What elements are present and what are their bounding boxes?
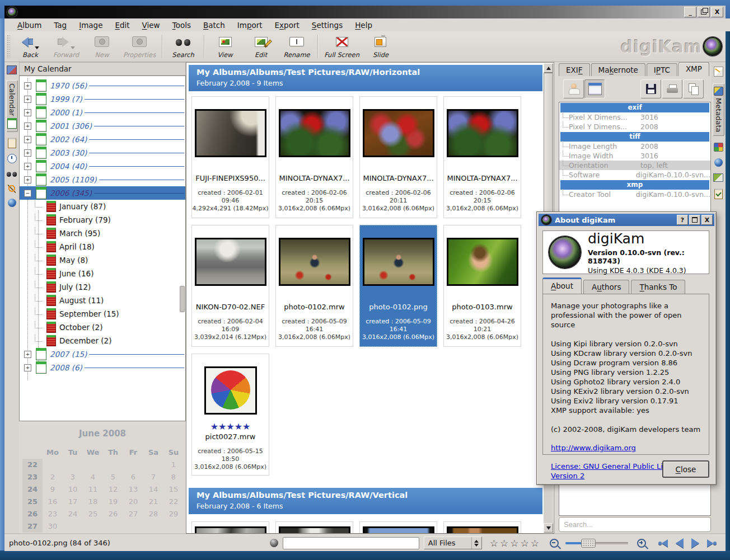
tree-item-year[interactable]: +1970 (56) xyxy=(20,79,185,92)
tree-item-month[interactable]: August (11) xyxy=(20,294,185,307)
tab-thanks-to[interactable]: Thanks To xyxy=(631,280,685,294)
photo-item[interactable]: ★★★★★ pict0027.mrw created : 2006-05-15 … xyxy=(191,354,269,476)
view-button[interactable]: View xyxy=(207,31,243,62)
expand-icon[interactable]: + xyxy=(24,136,31,143)
metadata-sidebar-tab[interactable]: Metadata xyxy=(713,83,724,136)
tree-item-year[interactable]: +2004 (40) xyxy=(20,159,185,173)
menu-tag[interactable]: Tag xyxy=(49,20,72,31)
fullscreen-button[interactable]: Full Screen xyxy=(321,31,363,62)
photo-item[interactable]: photo-0103.mrw created : 2006-04-26 10:2… xyxy=(443,225,521,347)
tree-item-year[interactable]: +2005 (1109) xyxy=(20,173,185,186)
edit-button[interactable]: Edit xyxy=(243,31,279,62)
expand-icon[interactable]: + xyxy=(24,351,31,358)
scroll-down-button[interactable] xyxy=(544,523,553,533)
rating-filter-stars[interactable]: ☆☆☆☆☆ xyxy=(490,538,541,549)
print-metadata-button[interactable] xyxy=(662,79,682,98)
menu-view[interactable]: View xyxy=(137,20,165,31)
previous-item-button[interactable] xyxy=(676,538,684,548)
menu-export[interactable]: Export xyxy=(270,20,305,31)
restore-button[interactable] xyxy=(698,7,710,17)
metadata-row[interactable]: Pixel X Dimens...3016 xyxy=(559,112,710,122)
file-filter-combobox[interactable]: All Files xyxy=(424,537,482,549)
tab-makernote[interactable]: Makernote xyxy=(591,63,645,76)
back-button[interactable]: Back xyxy=(12,31,48,62)
tags-tab-icon[interactable] xyxy=(8,138,16,148)
photo-item[interactable]: FUJI-FINEPIXS950... created : 2006-02-01… xyxy=(191,96,269,218)
tab-exif[interactable]: EXIF xyxy=(559,63,590,76)
zoom-in-icon[interactable] xyxy=(637,539,646,548)
photo-item[interactable]: MINOLTA-DYNAX7... created : 2006-02-06 2… xyxy=(359,96,437,218)
filters-tab-icon[interactable] xyxy=(714,189,723,199)
scroll-up-button[interactable] xyxy=(544,63,553,73)
metadata-row[interactable]: Image Length2008 xyxy=(559,142,710,151)
expand-icon[interactable]: + xyxy=(24,109,31,116)
menu-settings[interactable]: Settings xyxy=(307,20,348,31)
photo-item[interactable] xyxy=(443,521,521,534)
searches-tab-icon[interactable] xyxy=(7,171,17,178)
tree-item-month[interactable]: May (8) xyxy=(20,253,185,267)
expand-icon[interactable]: + xyxy=(24,176,31,183)
tree-item-month[interactable]: June (16) xyxy=(20,267,185,280)
tree-item-month[interactable]: December (2) xyxy=(20,334,185,347)
tree-item-month[interactable]: July (12) xyxy=(20,280,185,294)
tree-item-year[interactable]: +2002 (64) xyxy=(20,133,185,146)
menu-tools[interactable]: Tools xyxy=(167,20,196,31)
menu-edit[interactable]: Edit xyxy=(110,20,134,31)
next-item-button[interactable] xyxy=(691,538,699,548)
copy-metadata-button[interactable] xyxy=(683,79,704,98)
photographer-view-button[interactable] xyxy=(563,79,584,98)
combobox-spin-icon[interactable] xyxy=(471,537,481,549)
filter-text-input[interactable] xyxy=(283,537,419,549)
full-view-button[interactable] xyxy=(584,79,605,98)
collapse-icon[interactable]: − xyxy=(24,190,31,197)
zoom-slider[interactable] xyxy=(565,539,628,548)
photo-item[interactable] xyxy=(191,521,269,534)
metadata-row[interactable]: Pixel Y Dimens...2008 xyxy=(559,122,710,131)
expand-icon[interactable]: + xyxy=(24,149,31,157)
map-tab-icon[interactable] xyxy=(8,199,16,207)
expand-icon[interactable]: + xyxy=(24,82,31,90)
rating-stars[interactable]: ★★★★★ xyxy=(192,422,269,431)
minimize-button[interactable]: _ xyxy=(684,7,696,17)
timeline-tab-icon[interactable] xyxy=(7,154,17,163)
photo-item-selected[interactable]: photo-0102.png created : 2006-05-09 16:4… xyxy=(359,225,437,347)
photo-item[interactable] xyxy=(275,521,353,534)
tree-item-year[interactable]: +2003 (30) xyxy=(20,146,185,159)
tree-item-month[interactable]: January (87) xyxy=(20,200,185,213)
menu-import[interactable]: Import xyxy=(232,20,268,31)
tree-item-year[interactable]: +2008 (6) xyxy=(20,361,185,374)
tree-item-month[interactable]: October (2) xyxy=(20,321,185,334)
tree-item-month[interactable]: March (95) xyxy=(20,227,185,240)
metadata-row[interactable]: Image Width3016 xyxy=(559,151,710,161)
back-dropdown-icon[interactable] xyxy=(35,46,39,49)
tab-authors[interactable]: Authors xyxy=(583,280,630,294)
toolbar-grip[interactable] xyxy=(7,35,10,58)
new-button[interactable]: New xyxy=(84,31,120,62)
tree-item-month[interactable]: September (15) xyxy=(20,307,185,321)
metadata-row[interactable]: Creator TooldigiKam-0.10.0-svn... xyxy=(559,190,710,199)
lighttable-tab-icon[interactable] xyxy=(713,173,723,182)
expand-icon[interactable]: + xyxy=(24,364,31,371)
photo-item[interactable]: photo-0102.mrw created : 2006-05-09 16:4… xyxy=(275,225,353,347)
metadata-search-input[interactable] xyxy=(559,517,711,532)
dialog-maximize-button[interactable] xyxy=(689,215,700,225)
tree-item-year[interactable]: +2007 (15) xyxy=(20,347,185,361)
geolocation-tab-icon[interactable] xyxy=(714,158,723,167)
calendar-tree[interactable]: +1970 (56) +1999 (7) +2000 (1) +2001 (30… xyxy=(19,76,186,421)
close-button[interactable]: X xyxy=(711,7,723,17)
expand-icon[interactable]: + xyxy=(24,96,31,103)
caption-tab-icon[interactable] xyxy=(714,67,723,77)
metadata-row[interactable]: SoftwaredigiKam-0.10.0-svn... xyxy=(559,170,710,180)
menu-image[interactable]: Image xyxy=(74,20,107,31)
fuzzy-search-tab-icon[interactable] xyxy=(8,185,16,193)
tree-scrollbar[interactable] xyxy=(180,286,185,312)
menu-album[interactable]: Album xyxy=(12,20,46,31)
window-titlebar[interactable]: _ X xyxy=(0,0,730,18)
digikam-website-link[interactable]: http://www.digikam.org xyxy=(551,443,709,453)
tree-item-year-selected[interactable]: −2006 (345) xyxy=(20,186,185,200)
tree-item-year[interactable]: +2001 (306) xyxy=(20,119,185,133)
menu-batch[interactable]: Batch xyxy=(198,20,230,31)
calendar-tab[interactable]: Calendar xyxy=(6,80,18,132)
scrollbar-thumb[interactable] xyxy=(544,73,553,213)
tab-about[interactable]: About xyxy=(542,277,582,294)
